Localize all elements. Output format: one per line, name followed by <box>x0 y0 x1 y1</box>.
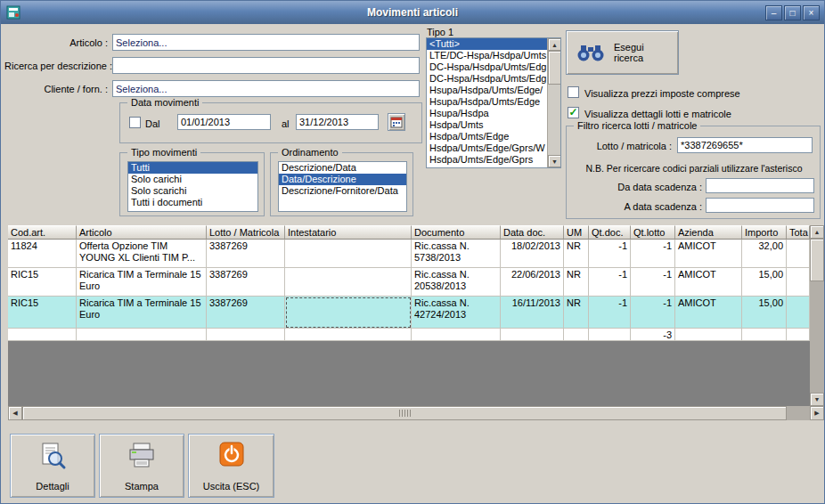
tipo1-item[interactable]: Hsupa/Hsdpa/Umts/Edge/ <box>427 85 547 96</box>
cliente-forn-input[interactable] <box>112 80 420 97</box>
tipo1-item[interactable]: Hsupa/Hsdpa/Umts/Edge <box>427 96 547 108</box>
details-magnifier-icon <box>38 442 67 470</box>
tipo1-list: <Tutti> LTE/DC-Hspa/Hsdpa/Umts DC-Hspa/H… <box>426 37 561 168</box>
list-item-descrizione-data[interactable]: Descrizione/Data <box>279 162 406 174</box>
column-header-qt-doc[interactable]: Qt.doc. <box>589 225 631 240</box>
tipo1-item[interactable]: Hsdpa/Umts/Edge/Gprs <box>427 154 547 166</box>
cell-cod-art: 11824 <box>8 240 77 268</box>
cell-empty <box>675 329 742 341</box>
list-item-solo-carichi[interactable]: Solo carichi <box>128 174 257 185</box>
column-header-articolo[interactable]: Articolo <box>77 225 207 240</box>
printer-icon <box>127 442 157 468</box>
column-header-azienda[interactable]: Azienda <box>675 225 742 240</box>
list-item-tutti[interactable]: Tutti <box>128 162 257 174</box>
cell-empty <box>589 329 631 341</box>
scroll-down-icon[interactable]: ▼ <box>548 155 561 167</box>
dettagli-lotti-checkbox[interactable]: ✓ <box>568 107 579 118</box>
cell-empty <box>8 329 77 341</box>
scroll-left-icon[interactable]: ◀ <box>8 406 22 420</box>
cell-intestatario-focused[interactable] <box>285 297 412 329</box>
tipo1-item[interactable]: Hsdpa/Umts <box>427 119 547 131</box>
cell-lotto: 3387269 <box>207 268 285 297</box>
vertical-scroll-thumb[interactable] <box>810 239 824 281</box>
cell-empty <box>77 329 207 341</box>
tipo1-item[interactable]: DC-Hspa/Hsdpa/Umts/Edg <box>427 73 547 85</box>
column-header-importo[interactable]: Importo <box>742 225 787 240</box>
titlebar: Movimenti articoli – □ × <box>1 1 824 24</box>
cell-totale <box>787 240 810 268</box>
maximize-button[interactable]: □ <box>784 5 801 20</box>
column-header-data-doc[interactable]: Data doc. <box>501 225 564 240</box>
stampa-button[interactable]: Stampa <box>99 434 184 498</box>
column-header-totale[interactable]: Tota <box>787 225 810 240</box>
tipo1-item[interactable]: <Tutti> <box>427 38 547 50</box>
binoculars-icon <box>576 43 606 62</box>
cell-articolo: Offerta Opzione TIM YOUNG XL Clienti TIM… <box>77 240 207 268</box>
scroll-up-icon[interactable]: ▲ <box>548 38 561 51</box>
table-row[interactable]: 11824 Offerta Opzione TIM YOUNG XL Clien… <box>8 240 810 268</box>
data-al-input[interactable] <box>296 114 379 130</box>
cell-data-doc: 16/11/2013 <box>501 297 564 329</box>
horizontal-scroll-thumb[interactable] <box>22 406 787 420</box>
tipo-movimenti-group: Tipo movimenti Tutti Solo carichi Solo s… <box>119 152 265 216</box>
column-header-lotto-matricola[interactable]: Lotto / Matricola <box>207 225 285 240</box>
list-item-tutti-documenti[interactable]: Tutti i documenti <box>128 197 257 208</box>
table-row-selected[interactable]: RIC15 Ricarica TIM a Terminale 15 Euro 3… <box>8 297 810 329</box>
cell-um: NR <box>564 297 589 329</box>
scroll-right-icon[interactable]: ▶ <box>810 406 824 420</box>
data-dal-input[interactable] <box>177 114 271 130</box>
uscita-button[interactable]: Uscita (ESC) <box>188 434 274 498</box>
table-vertical-scrollbar[interactable]: ▲ ▼ <box>810 225 824 406</box>
cell-azienda: AMICOT <box>675 240 742 268</box>
calendar-button[interactable] <box>388 113 405 131</box>
da-data-scadenza-input[interactable] <box>706 178 814 193</box>
ordinamento-list: Descrizione/Data Data/Descrizione Descri… <box>278 161 407 212</box>
tipo1-scroll-thumb[interactable] <box>548 51 561 85</box>
cell-cod-art: RIC15 <box>8 297 77 329</box>
tipo-movimenti-list: Tutti Solo carichi Solo scarichi Tutti i… <box>127 161 258 212</box>
column-header-cod-art[interactable]: Cod.art. <box>8 225 77 240</box>
dal-label: Dal <box>145 118 170 130</box>
column-header-intestatario[interactable]: Intestatario <box>285 225 412 240</box>
cliente-forn-label: Cliente / forn. : <box>4 83 108 95</box>
tipo1-item[interactable]: Hsupa/Hsdpa <box>427 108 547 119</box>
tipo1-scrollbar[interactable]: ▲ ▼ <box>547 38 560 167</box>
al-label: al <box>282 118 294 130</box>
window-title: Movimenti articoli <box>1 6 824 19</box>
list-item-solo-scarichi[interactable]: Solo scarichi <box>128 185 257 197</box>
tipo1-item[interactable]: Hsdpa/Umts/Edge/Gprs/W <box>427 142 547 154</box>
table-row[interactable]: RIC15 Ricarica TIM a Terminale 15 Euro 3… <box>8 268 810 297</box>
ricerca-descrizione-input[interactable] <box>112 57 420 74</box>
prezzi-imposte-checkbox[interactable] <box>568 86 579 98</box>
scroll-up-icon[interactable]: ▲ <box>810 225 824 239</box>
column-header-documento[interactable]: Documento <box>412 225 501 240</box>
filtro-lotti-group: Filtro ricerca lotti / matricole Lotto /… <box>566 126 821 219</box>
tipo1-item[interactable]: LTE/DC-Hspa/Hsdpa/Umts <box>427 50 547 61</box>
list-item-descrizione-fornitore-data[interactable]: Descrizione/Fornitore/Data <box>279 185 406 197</box>
column-header-qt-lotto[interactable]: Qt.lotto <box>631 225 675 240</box>
minimize-button[interactable]: – <box>765 5 782 20</box>
tipo1-item[interactable]: Hsdpa/Umts/Edge <box>427 131 547 142</box>
tipo1-item[interactable]: DC-Hspa/Hsdpa/Umts/Edg <box>427 61 547 73</box>
esegui-ricerca-button[interactable]: Esegui ricerca <box>566 30 679 75</box>
stampa-label: Stampa <box>125 481 159 492</box>
table-totals-row: -3 <box>8 329 810 341</box>
table-horizontal-scrollbar[interactable]: ◀ ▶ <box>8 406 824 420</box>
cell-qt-lotto: -1 <box>631 240 675 268</box>
filtro-nota: N.B. Per ricercare codici parziali utili… <box>570 163 818 174</box>
lotto-matricola-input[interactable] <box>677 137 813 153</box>
close-button[interactable]: × <box>803 5 820 20</box>
cell-lotto: 3387269 <box>207 240 285 268</box>
data-movimenti-title: Data movimenti <box>127 97 202 109</box>
ricerca-descrizione-label: Ricerca per descrizione : <box>4 60 108 72</box>
cell-importo: 32,00 <box>742 240 787 268</box>
dal-checkbox[interactable] <box>129 117 141 128</box>
movimenti-articoli-window: Movimenti articoli – □ × Articolo : Rice… <box>0 0 825 504</box>
dettagli-button[interactable]: Dettagli <box>10 434 95 498</box>
column-header-um[interactable]: UM <box>564 225 589 240</box>
list-item-data-descrizione[interactable]: Data/Descrizione <box>279 174 406 185</box>
scroll-down-icon[interactable]: ▼ <box>810 393 824 406</box>
articolo-input[interactable] <box>112 34 420 51</box>
a-data-scadenza-input[interactable] <box>706 198 814 213</box>
cell-qt-doc: -1 <box>589 268 631 297</box>
